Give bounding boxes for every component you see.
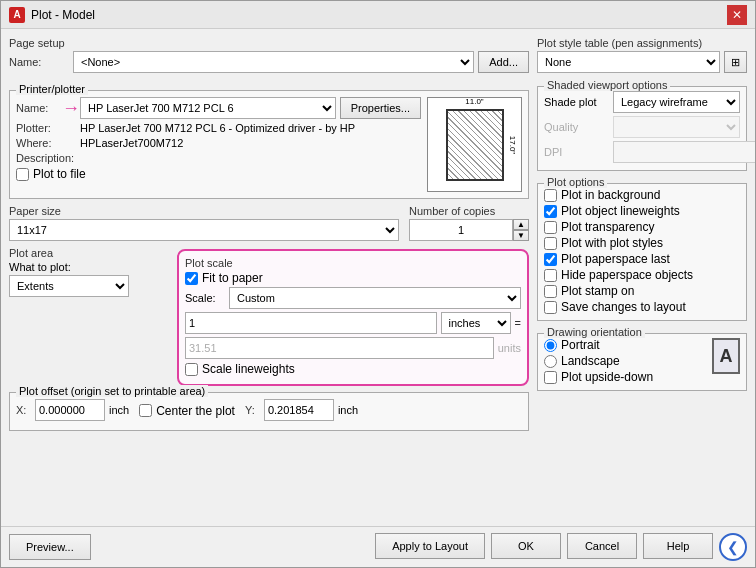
shade-plot-select[interactable]: Legacy wireframe xyxy=(613,91,740,113)
units-label: units xyxy=(498,342,521,354)
printer-plotter-section: Printer/plotter Name: → HP LaserJet 700 … xyxy=(9,90,529,199)
copies-spinner-buttons: ▲ ▼ xyxy=(513,219,529,241)
scale-value1-input[interactable]: 1 xyxy=(185,312,437,334)
copies-input[interactable]: 1 xyxy=(409,219,513,241)
dpi-row: DPI xyxy=(544,141,740,163)
plot-option-4: Plot paperspace last xyxy=(544,252,740,266)
center-plot-label: Center the plot xyxy=(156,404,235,418)
left-panel: Page setup Name: <None> Add... Printer/p… xyxy=(9,37,529,518)
drawing-orientation-title: Drawing orientation xyxy=(544,326,645,338)
dpi-label: DPI xyxy=(544,146,609,158)
plot-to-file-label: Plot to file xyxy=(33,167,86,181)
plot-to-file-row: Plot to file xyxy=(16,167,421,181)
orientation-content: Portrait Landscape Plot upside-down A xyxy=(544,338,740,386)
printer-name-select[interactable]: HP LaserJet 700 M712 PCL 6 xyxy=(80,97,336,119)
quality-select[interactable] xyxy=(613,116,740,138)
scale-lineweights-row: Scale lineweights xyxy=(185,362,521,376)
paper-size-section: Paper size 11x17 xyxy=(9,205,399,241)
scale-lineweights-checkbox[interactable] xyxy=(185,363,198,376)
units-select[interactable]: inches xyxy=(441,312,511,334)
plot-offset-row: X: 0.000000 inch Center the plot Y: 0.20… xyxy=(16,399,522,424)
upside-down-row: Plot upside-down xyxy=(544,370,653,384)
description-row: Description: xyxy=(16,152,421,164)
upside-down-checkbox[interactable] xyxy=(544,371,557,384)
plot-style-icon-button[interactable]: ⊞ xyxy=(724,51,747,73)
footer: Preview... Apply to Layout OK Cancel Hel… xyxy=(1,526,755,567)
paper-preview-inner: 11.0" 17.0" xyxy=(446,109,504,181)
cancel-button[interactable]: Cancel xyxy=(567,533,637,559)
scale-value2-input[interactable]: 31.51 xyxy=(185,337,494,359)
paper-copies-row: Paper size 11x17 Number of copies 1 ▲ ▼ xyxy=(9,205,529,241)
help-button[interactable]: Help xyxy=(643,533,713,559)
dialog-content: Page setup Name: <None> Add... Printer/p… xyxy=(1,29,755,526)
what-to-plot-select[interactable]: Extents xyxy=(9,275,129,297)
close-button[interactable]: ✕ xyxy=(727,5,747,25)
landscape-label: Landscape xyxy=(561,354,620,368)
center-plot-checkbox[interactable] xyxy=(139,404,152,417)
paper-preview: 11.0" 17.0" xyxy=(427,97,522,192)
drawing-orientation-section: Drawing orientation Portrait Landscape xyxy=(537,333,747,391)
shade-plot-label: Shade plot xyxy=(544,96,609,108)
save-changes-label: Save changes to layout xyxy=(561,300,686,314)
plot-transparency-label: Plot transparency xyxy=(561,220,654,234)
fit-to-paper-checkbox[interactable] xyxy=(185,272,198,285)
plot-with-styles-checkbox[interactable] xyxy=(544,237,557,250)
add-button[interactable]: Add... xyxy=(478,51,529,73)
shaded-viewport-title: Shaded viewport options xyxy=(544,79,670,91)
x-input[interactable]: 0.000000 xyxy=(35,399,105,421)
orientation-icon: A xyxy=(712,338,740,374)
plot-offset-section: Plot offset (origin set to printable are… xyxy=(9,392,529,431)
plot-option-6: Plot stamp on xyxy=(544,284,740,298)
properties-button[interactable]: Properties... xyxy=(340,97,421,119)
copies-up-button[interactable]: ▲ xyxy=(513,219,529,230)
plotter-label: Plotter: xyxy=(16,122,76,134)
plot-scale-section: Plot scale Fit to paper Scale: Custom 1:… xyxy=(177,249,529,386)
apply-layout-button[interactable]: Apply to Layout xyxy=(375,533,485,559)
y-input[interactable]: 0.201854 xyxy=(264,399,334,421)
paper-size-label: Paper size xyxy=(9,205,399,217)
nav-back-button[interactable]: ❮ xyxy=(719,533,747,561)
paper-hatch xyxy=(448,111,502,179)
area-scale-row: Plot area What to plot: Extents Plot sca… xyxy=(9,247,529,386)
plot-transparency-checkbox[interactable] xyxy=(544,221,557,234)
right-panel: Plot style table (pen assignments) None … xyxy=(537,37,747,518)
landscape-radio[interactable] xyxy=(544,355,557,368)
plot-stamp-checkbox[interactable] xyxy=(544,285,557,298)
y-label: Y: xyxy=(245,404,260,416)
plot-option-1: Plot object lineweights xyxy=(544,204,740,218)
plot-area-section: Plot area What to plot: Extents xyxy=(9,247,169,386)
orientation-options: Portrait Landscape Plot upside-down xyxy=(544,338,653,386)
copies-down-button[interactable]: ▼ xyxy=(513,230,529,241)
center-plot-row: Center the plot xyxy=(139,404,235,418)
plot-object-lineweights-checkbox[interactable] xyxy=(544,205,557,218)
printer-name-row: Name: → HP LaserJet 700 M712 PCL 6 Prope… xyxy=(16,97,421,119)
portrait-radio[interactable] xyxy=(544,339,557,352)
plot-in-background-label: Plot in background xyxy=(561,188,660,202)
printer-name-input-container: → HP LaserJet 700 M712 PCL 6 xyxy=(80,97,336,119)
pink-arrow-icon: → xyxy=(62,98,80,119)
quality-label: Quality xyxy=(544,121,609,133)
plot-option-2: Plot transparency xyxy=(544,220,740,234)
footer-right-buttons: Apply to Layout OK Cancel Help ❮ xyxy=(375,533,747,561)
scale-values2-row: 31.51 units xyxy=(185,337,521,359)
shaded-viewport-section: Shaded viewport options Shade plot Legac… xyxy=(537,86,747,171)
ok-button[interactable]: OK xyxy=(491,533,561,559)
page-setup-section: Page setup Name: <None> Add... xyxy=(9,37,529,76)
where-label: Where: xyxy=(16,137,76,149)
hide-paperspace-checkbox[interactable] xyxy=(544,269,557,282)
plotter-row: Plotter: HP LaserJet 700 M712 PCL 6 - Op… xyxy=(16,122,421,134)
preview-button[interactable]: Preview... xyxy=(9,534,91,560)
save-changes-checkbox[interactable] xyxy=(544,301,557,314)
scale-select[interactable]: Custom 1:1 1:2 2:1 xyxy=(229,287,521,309)
copies-label: Number of copies xyxy=(409,205,529,217)
page-setup-name-select[interactable]: <None> xyxy=(73,51,474,73)
plot-offset-title: Plot offset (origin set to printable are… xyxy=(16,385,208,397)
plot-paperspace-last-checkbox[interactable] xyxy=(544,253,557,266)
paper-size-select[interactable]: 11x17 xyxy=(9,219,399,241)
plot-in-background-checkbox[interactable] xyxy=(544,189,557,202)
scale-label: Scale: xyxy=(185,292,225,304)
dpi-input xyxy=(613,141,755,163)
plot-style-select[interactable]: None xyxy=(537,51,720,73)
plot-to-file-checkbox[interactable] xyxy=(16,168,29,181)
hide-paperspace-label: Hide paperspace objects xyxy=(561,268,693,282)
